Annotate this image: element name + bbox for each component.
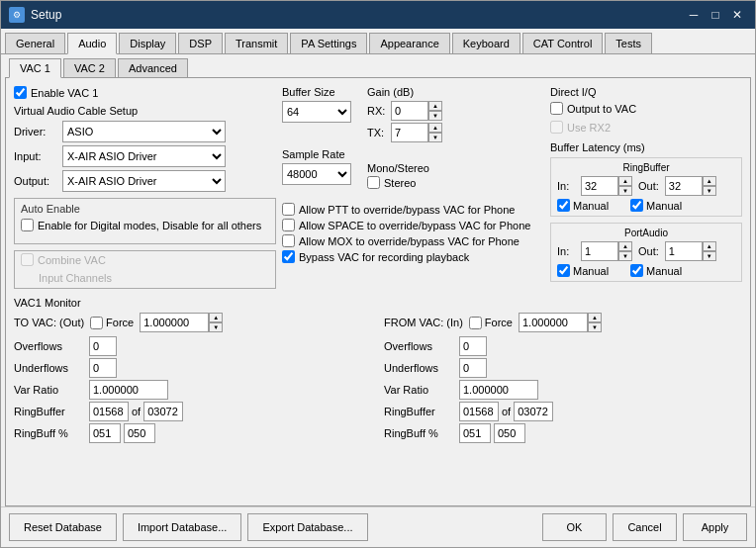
sub-tab-advanced[interactable]: Advanced xyxy=(118,58,188,77)
from-vac-varratio-input[interactable] xyxy=(459,380,538,400)
buffer-size-select[interactable]: 64 128 256 512 xyxy=(282,101,351,123)
pa-in-manual-checkbox[interactable] xyxy=(557,264,570,277)
from-vac-pct-val1[interactable] xyxy=(459,423,491,443)
ok-button[interactable]: OK xyxy=(542,513,607,541)
bypass-checkbox[interactable] xyxy=(282,250,295,263)
ring-in-spinner: ▲ ▼ xyxy=(581,176,632,196)
pa-in-input[interactable] xyxy=(581,241,618,261)
input-select[interactable]: X-AIR ASIO Driver xyxy=(62,145,226,167)
to-vac-ringbuf-label: RingBuffer xyxy=(14,406,83,417)
tab-cat-control[interactable]: CAT Control xyxy=(522,33,604,53)
gain-tx-up[interactable]: ▲ xyxy=(428,123,442,133)
to-vac-force-checkbox[interactable] xyxy=(90,317,103,329)
to-vac-underflows-input[interactable] xyxy=(89,358,117,378)
to-vac-pct-val1[interactable] xyxy=(89,423,121,443)
auto-enable-option-label: Enable for Digital modes, Disable for al… xyxy=(38,220,261,231)
reset-database-button[interactable]: Reset Database xyxy=(9,513,117,541)
ring-in-manual-checkbox[interactable] xyxy=(557,199,570,212)
ring-buffer-in-row: In: ▲ ▼ Out: xyxy=(557,176,735,196)
pa-out-input[interactable] xyxy=(665,241,703,261)
tab-audio[interactable]: Audio xyxy=(67,33,117,54)
from-vac-spinner-input[interactable] xyxy=(519,313,588,332)
maximize-button[interactable]: □ xyxy=(706,6,725,24)
tab-appearance[interactable]: Appearance xyxy=(369,33,449,53)
from-vac-underflows-input[interactable] xyxy=(459,358,487,378)
ring-in-down[interactable]: ▼ xyxy=(618,186,632,196)
sub-tab-vac1[interactable]: VAC 1 xyxy=(9,58,61,78)
to-vac-column: TO VAC: (Out) Force ▲ ▼ xyxy=(14,313,372,445)
input-label: Input: xyxy=(14,150,58,162)
tab-general[interactable]: General xyxy=(5,33,65,53)
ring-in-up[interactable]: ▲ xyxy=(618,176,632,186)
to-vac-overflows-input[interactable] xyxy=(89,336,117,356)
output-to-vac-checkbox[interactable] xyxy=(550,102,563,115)
sample-rate-group: Sample Rate 48000 44100 xyxy=(282,148,351,195)
to-vac-ringbuf-val2[interactable] xyxy=(143,402,183,421)
tab-dsp[interactable]: DSP xyxy=(178,33,223,53)
use-rx2-checkbox[interactable] xyxy=(550,121,563,134)
space-checkbox[interactable] xyxy=(282,219,295,231)
gain-tx-input[interactable] xyxy=(391,123,428,142)
ptt-checkbox[interactable] xyxy=(282,203,295,216)
gain-rx-down[interactable]: ▼ xyxy=(428,111,442,121)
pa-in-label: In: xyxy=(557,245,575,257)
to-vac-varratio-input[interactable] xyxy=(89,380,168,400)
cancel-button[interactable]: Cancel xyxy=(613,513,677,541)
stereo-checkbox[interactable] xyxy=(367,176,380,189)
from-vac-underflows-label: Underflows xyxy=(384,362,453,374)
bypass-label: Bypass VAC for recording playback xyxy=(299,251,469,263)
to-vac-spinner-input[interactable] xyxy=(140,313,209,332)
gain-rx-input[interactable] xyxy=(391,101,428,121)
to-vac-pct-val2[interactable] xyxy=(124,423,155,443)
ring-out-manual-checkbox[interactable] xyxy=(630,199,643,212)
pa-in-manual-label: Manual xyxy=(573,265,609,277)
ring-out-up[interactable]: ▲ xyxy=(703,176,716,186)
combine-vac-checkbox[interactable] xyxy=(21,253,34,266)
ring-in-input[interactable] xyxy=(581,176,618,196)
pa-out-down[interactable]: ▼ xyxy=(703,251,716,261)
apply-button[interactable]: Apply xyxy=(683,513,747,541)
check-row-1: Allow SPACE to override/bypass VAC for P… xyxy=(282,219,544,231)
tab-keyboard[interactable]: Keyboard xyxy=(452,33,520,53)
from-vac-overflows-input[interactable] xyxy=(459,336,487,356)
pa-in-down[interactable]: ▼ xyxy=(618,251,632,261)
pa-out-up[interactable]: ▲ xyxy=(703,241,716,251)
to-vac-ringbuf-row: RingBuffer of xyxy=(14,402,372,421)
gain-tx-label: TX: xyxy=(367,127,387,138)
from-vac-pct-val2[interactable] xyxy=(494,423,525,443)
pa-out-manual-checkbox[interactable] xyxy=(630,264,643,277)
from-vac-ringbuf-vals: of xyxy=(459,402,553,421)
mox-checkbox[interactable] xyxy=(282,234,295,247)
sub-tab-vac2[interactable]: VAC 2 xyxy=(63,58,116,77)
pa-in-up[interactable]: ▲ xyxy=(618,241,632,251)
to-vac-force-label: Force xyxy=(106,317,134,328)
pa-in-spinbtns: ▲ ▼ xyxy=(618,241,632,261)
to-vac-ringbuf-val1[interactable] xyxy=(89,402,129,421)
minimize-button[interactable]: ─ xyxy=(684,6,704,24)
tab-pa-settings[interactable]: PA Settings xyxy=(290,33,367,53)
from-vac-ringbuf-val2[interactable] xyxy=(514,402,553,421)
import-database-button[interactable]: Import Database... xyxy=(123,513,242,541)
ring-in-manual-label: Manual xyxy=(573,200,609,212)
from-vac-up[interactable]: ▲ xyxy=(588,313,602,322)
auto-enable-checkbox[interactable] xyxy=(21,219,34,231)
tab-tests[interactable]: Tests xyxy=(605,33,652,53)
gain-group: Gain (dB) RX: ▲ ▼ xyxy=(367,86,442,142)
from-vac-down[interactable]: ▼ xyxy=(588,322,602,332)
from-vac-force-checkbox[interactable] xyxy=(469,317,482,329)
close-button[interactable]: ✕ xyxy=(727,6,747,24)
to-vac-up[interactable]: ▲ xyxy=(209,313,223,322)
to-vac-down[interactable]: ▼ xyxy=(209,322,223,332)
sample-rate-select[interactable]: 48000 44100 xyxy=(282,163,351,185)
ring-out-input[interactable] xyxy=(665,176,703,196)
output-select[interactable]: X-AIR ASIO Driver xyxy=(62,170,226,192)
driver-select[interactable]: ASIO xyxy=(62,121,226,142)
gain-tx-down[interactable]: ▼ xyxy=(428,133,442,142)
ring-out-down[interactable]: ▼ xyxy=(703,186,716,196)
enable-vac1-checkbox[interactable] xyxy=(14,86,27,99)
tab-display[interactable]: Display xyxy=(119,33,176,53)
export-database-button[interactable]: Export Database... xyxy=(247,513,367,541)
from-vac-ringbuf-val1[interactable] xyxy=(459,402,499,421)
tab-transmit[interactable]: Transmit xyxy=(225,33,288,53)
gain-rx-up[interactable]: ▲ xyxy=(428,101,442,111)
